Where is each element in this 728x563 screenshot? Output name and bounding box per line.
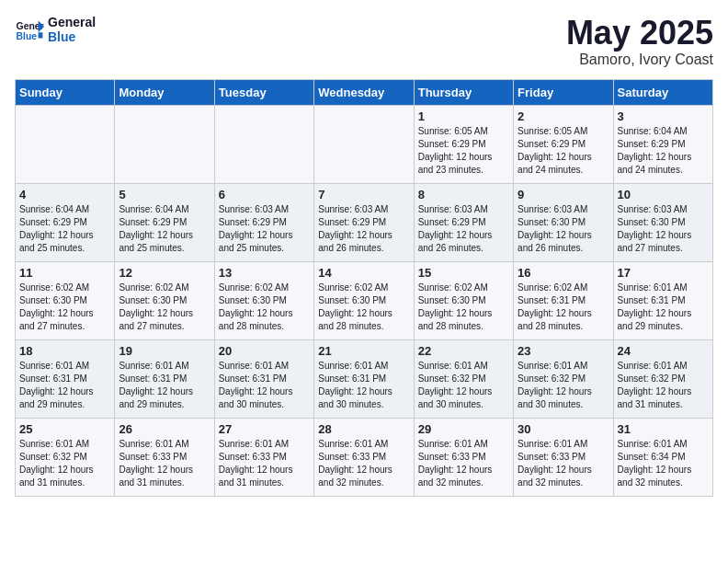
day-info: Sunrise: 6:01 AM Sunset: 6:33 PM Dayligh… (418, 438, 509, 489)
calendar-header-row: SundayMondayTuesdayWednesdayThursdayFrid… (16, 79, 713, 105)
day-info: Sunrise: 6:01 AM Sunset: 6:33 PM Dayligh… (518, 438, 609, 489)
day-info: Sunrise: 6:01 AM Sunset: 6:33 PM Dayligh… (318, 438, 409, 489)
calendar-cell: 24Sunrise: 6:01 AM Sunset: 6:32 PM Dayli… (613, 339, 712, 418)
header-thursday: Thursday (414, 79, 513, 105)
day-info: Sunrise: 6:02 AM Sunset: 6:30 PM Dayligh… (418, 282, 509, 333)
day-number: 10 (618, 188, 709, 201)
page-title: May 2025 (566, 15, 713, 52)
calendar-cell: 1Sunrise: 6:05 AM Sunset: 6:29 PM Daylig… (414, 105, 513, 183)
calendar-cell: 9Sunrise: 6:03 AM Sunset: 6:30 PM Daylig… (514, 183, 613, 261)
day-info: Sunrise: 6:01 AM Sunset: 6:31 PM Dayligh… (618, 282, 709, 333)
calendar-week-3: 11Sunrise: 6:02 AM Sunset: 6:30 PM Dayli… (16, 261, 713, 339)
logo-blue: Blue (48, 29, 96, 44)
page-header: General Blue General Blue May 2025 Bamor… (15, 15, 713, 68)
day-number: 30 (518, 422, 609, 436)
day-info: Sunrise: 6:01 AM Sunset: 6:32 PM Dayligh… (19, 438, 110, 489)
header-wednesday: Wednesday (314, 79, 414, 105)
calendar-cell: 25Sunrise: 6:01 AM Sunset: 6:32 PM Dayli… (16, 418, 115, 496)
day-number: 5 (119, 188, 210, 201)
calendar-cell: 26Sunrise: 6:01 AM Sunset: 6:33 PM Dayli… (115, 418, 214, 496)
day-number: 12 (119, 266, 210, 280)
svg-text:Blue: Blue (17, 31, 38, 41)
header-sunday: Sunday (16, 79, 115, 105)
day-info: Sunrise: 6:01 AM Sunset: 6:32 PM Dayligh… (418, 360, 509, 411)
calendar-week-4: 18Sunrise: 6:01 AM Sunset: 6:31 PM Dayli… (16, 339, 713, 418)
day-number: 1 (418, 109, 509, 123)
calendar-cell: 7Sunrise: 6:03 AM Sunset: 6:29 PM Daylig… (314, 183, 414, 261)
day-number: 9 (518, 188, 609, 201)
day-number: 22 (418, 344, 509, 358)
calendar-cell: 15Sunrise: 6:02 AM Sunset: 6:30 PM Dayli… (414, 261, 513, 339)
day-number: 26 (119, 422, 210, 436)
header-saturday: Saturday (613, 79, 712, 105)
calendar-cell: 6Sunrise: 6:03 AM Sunset: 6:29 PM Daylig… (214, 183, 313, 261)
day-info: Sunrise: 6:03 AM Sunset: 6:30 PM Dayligh… (618, 203, 709, 255)
calendar-cell: 29Sunrise: 6:01 AM Sunset: 6:33 PM Dayli… (414, 418, 513, 496)
header-monday: Monday (115, 79, 214, 105)
calendar-cell: 20Sunrise: 6:01 AM Sunset: 6:31 PM Dayli… (214, 339, 313, 418)
day-info: Sunrise: 6:03 AM Sunset: 6:30 PM Dayligh… (518, 203, 609, 255)
calendar-cell: 13Sunrise: 6:02 AM Sunset: 6:30 PM Dayli… (214, 261, 313, 339)
day-info: Sunrise: 6:02 AM Sunset: 6:30 PM Dayligh… (219, 282, 310, 333)
calendar-cell: 8Sunrise: 6:03 AM Sunset: 6:29 PM Daylig… (414, 183, 513, 261)
day-number: 28 (318, 422, 409, 436)
day-number: 14 (318, 266, 409, 280)
day-number: 16 (518, 266, 609, 280)
day-number: 23 (518, 344, 609, 358)
day-number: 21 (318, 344, 409, 358)
calendar-cell: 12Sunrise: 6:02 AM Sunset: 6:30 PM Dayli… (115, 261, 214, 339)
day-number: 17 (618, 266, 709, 280)
calendar-cell: 21Sunrise: 6:01 AM Sunset: 6:31 PM Dayli… (314, 339, 414, 418)
calendar-cell: 22Sunrise: 6:01 AM Sunset: 6:32 PM Dayli… (414, 339, 513, 418)
day-info: Sunrise: 6:01 AM Sunset: 6:32 PM Dayligh… (518, 360, 609, 411)
day-number: 11 (19, 266, 110, 280)
calendar-week-1: 1Sunrise: 6:05 AM Sunset: 6:29 PM Daylig… (16, 105, 713, 183)
day-info: Sunrise: 6:02 AM Sunset: 6:31 PM Dayligh… (518, 282, 609, 333)
day-info: Sunrise: 6:01 AM Sunset: 6:31 PM Dayligh… (318, 360, 409, 411)
day-info: Sunrise: 6:03 AM Sunset: 6:29 PM Dayligh… (318, 203, 409, 255)
calendar-cell: 3Sunrise: 6:04 AM Sunset: 6:29 PM Daylig… (613, 105, 712, 183)
day-info: Sunrise: 6:04 AM Sunset: 6:29 PM Dayligh… (618, 125, 709, 177)
day-info: Sunrise: 6:04 AM Sunset: 6:29 PM Dayligh… (119, 203, 210, 255)
day-info: Sunrise: 6:03 AM Sunset: 6:29 PM Dayligh… (418, 203, 509, 255)
day-info: Sunrise: 6:05 AM Sunset: 6:29 PM Dayligh… (418, 125, 509, 177)
day-number: 24 (618, 344, 709, 358)
calendar-cell: 27Sunrise: 6:01 AM Sunset: 6:33 PM Dayli… (214, 418, 313, 496)
calendar-cell: 10Sunrise: 6:03 AM Sunset: 6:30 PM Dayli… (613, 183, 712, 261)
calendar-cell: 11Sunrise: 6:02 AM Sunset: 6:30 PM Dayli… (16, 261, 115, 339)
day-number: 4 (19, 188, 110, 201)
logo-general: General (48, 15, 96, 29)
day-number: 18 (19, 344, 110, 358)
day-info: Sunrise: 6:01 AM Sunset: 6:31 PM Dayligh… (19, 360, 110, 411)
day-number: 29 (418, 422, 509, 436)
day-number: 27 (219, 422, 310, 436)
day-number: 2 (518, 109, 609, 123)
title-block: May 2025 Bamoro, Ivory Coast (566, 15, 713, 68)
calendar-week-2: 4Sunrise: 6:04 AM Sunset: 6:29 PM Daylig… (16, 183, 713, 261)
calendar-cell: 28Sunrise: 6:01 AM Sunset: 6:33 PM Dayli… (314, 418, 414, 496)
day-number: 13 (219, 266, 310, 280)
calendar-cell (214, 105, 313, 183)
day-info: Sunrise: 6:02 AM Sunset: 6:30 PM Dayligh… (119, 282, 210, 333)
day-number: 15 (418, 266, 509, 280)
calendar-cell: 23Sunrise: 6:01 AM Sunset: 6:32 PM Dayli… (514, 339, 613, 418)
calendar-cell: 2Sunrise: 6:05 AM Sunset: 6:29 PM Daylig… (514, 105, 613, 183)
day-info: Sunrise: 6:01 AM Sunset: 6:33 PM Dayligh… (219, 438, 310, 489)
day-info: Sunrise: 6:01 AM Sunset: 6:34 PM Dayligh… (618, 438, 709, 489)
header-friday: Friday (514, 79, 613, 105)
day-info: Sunrise: 6:01 AM Sunset: 6:33 PM Dayligh… (119, 438, 210, 489)
day-number: 20 (219, 344, 310, 358)
calendar-cell: 16Sunrise: 6:02 AM Sunset: 6:31 PM Dayli… (514, 261, 613, 339)
day-number: 6 (219, 188, 310, 201)
calendar-table: SundayMondayTuesdayWednesdayThursdayFrid… (15, 79, 713, 497)
day-info: Sunrise: 6:03 AM Sunset: 6:29 PM Dayligh… (219, 203, 310, 255)
day-info: Sunrise: 6:02 AM Sunset: 6:30 PM Dayligh… (318, 282, 409, 333)
day-info: Sunrise: 6:02 AM Sunset: 6:30 PM Dayligh… (19, 282, 110, 333)
calendar-cell: 30Sunrise: 6:01 AM Sunset: 6:33 PM Dayli… (514, 418, 613, 496)
calendar-cell: 19Sunrise: 6:01 AM Sunset: 6:31 PM Dayli… (115, 339, 214, 418)
day-info: Sunrise: 6:01 AM Sunset: 6:32 PM Dayligh… (618, 360, 709, 411)
day-number: 19 (119, 344, 210, 358)
calendar-cell: 17Sunrise: 6:01 AM Sunset: 6:31 PM Dayli… (613, 261, 712, 339)
day-info: Sunrise: 6:05 AM Sunset: 6:29 PM Dayligh… (518, 125, 609, 177)
day-number: 7 (318, 188, 409, 201)
